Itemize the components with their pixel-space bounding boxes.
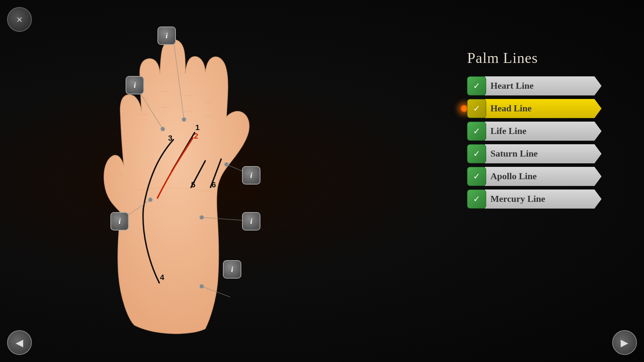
heart-line-check: ✓ (467, 76, 486, 95)
back-button[interactable]: ◀ (7, 330, 32, 355)
info-icon-6: i (231, 265, 233, 274)
forward-arrow-icon: ▶ (621, 337, 628, 349)
mercury-line-item[interactable]: ✓ Mercury Line (467, 189, 602, 209)
svg-text:4: 4 (160, 273, 165, 282)
saturn-line-label-bg: Saturn Line (485, 144, 602, 163)
life-line-label: Life Line (490, 126, 527, 136)
info-button-6[interactable]: i (223, 260, 241, 279)
apollo-line-item[interactable]: ✓ Apollo Line (467, 167, 602, 186)
svg-text:5: 5 (191, 180, 195, 189)
checkmark-icon-saturn: ✓ (473, 149, 480, 159)
hand-diagram: 1 2 3 4 5 6 i i i i (64, 7, 290, 346)
svg-text:2: 2 (194, 132, 198, 140)
info-button-2[interactable]: i (126, 76, 144, 94)
checkmark-icon-apollo: ✓ (473, 171, 480, 181)
heart-line-label-bg: Heart Line (485, 76, 602, 95)
back-arrow-icon: ◀ (16, 337, 23, 349)
close-button[interactable]: × (7, 7, 32, 32)
svg-text:3: 3 (168, 134, 172, 142)
info-icon-3: i (250, 171, 252, 180)
head-line-label: Head Line (490, 103, 531, 114)
saturn-line-item[interactable]: ✓ Saturn Line (467, 144, 602, 163)
life-line-check: ✓ (467, 122, 486, 141)
checkmark-icon-head: ✓ (473, 104, 480, 113)
life-line-item[interactable]: ✓ Life Line (467, 122, 602, 141)
selection-glow (461, 105, 468, 112)
checkmark-icon-heart: ✓ (473, 81, 480, 91)
info-icon-1: i (166, 31, 168, 40)
panel-title: Palm Lines (467, 49, 602, 66)
info-button-3[interactable]: i (242, 166, 260, 185)
info-button-4[interactable]: i (110, 212, 129, 230)
forward-button[interactable]: ▶ (612, 330, 637, 355)
checkmark-icon-life: ✓ (473, 126, 480, 136)
life-line-label-bg: Life Line (485, 122, 602, 141)
svg-text:6: 6 (212, 180, 216, 189)
info-icon-4: i (119, 217, 121, 226)
info-icon-5: i (250, 217, 252, 226)
saturn-line-label: Saturn Line (490, 148, 538, 159)
heart-line-item[interactable]: ✓ Heart Line (467, 76, 602, 95)
palm-lines-panel: Palm Lines ✓ Heart Line ✓ Head Line ✓ Li… (467, 49, 602, 212)
heart-line-label: Heart Line (490, 81, 534, 91)
mercury-line-label-bg: Mercury Line (485, 189, 602, 209)
apollo-line-label: Apollo Line (490, 171, 537, 182)
head-line-check: ✓ (467, 99, 486, 118)
apollo-line-label-bg: Apollo Line (485, 167, 602, 186)
head-line-label-bg: Head Line (485, 99, 602, 118)
info-button-1[interactable]: i (157, 27, 176, 45)
saturn-line-check: ✓ (467, 144, 486, 163)
mercury-line-check: ✓ (467, 189, 486, 209)
mercury-line-label: Mercury Line (490, 194, 545, 204)
apollo-line-check: ✓ (467, 167, 486, 186)
info-icon-2: i (134, 81, 136, 90)
checkmark-icon-mercury: ✓ (473, 194, 480, 204)
svg-text:1: 1 (195, 123, 200, 132)
head-line-item[interactable]: ✓ Head Line (467, 99, 602, 118)
close-icon: × (16, 14, 23, 25)
info-button-5[interactable]: i (242, 212, 260, 230)
